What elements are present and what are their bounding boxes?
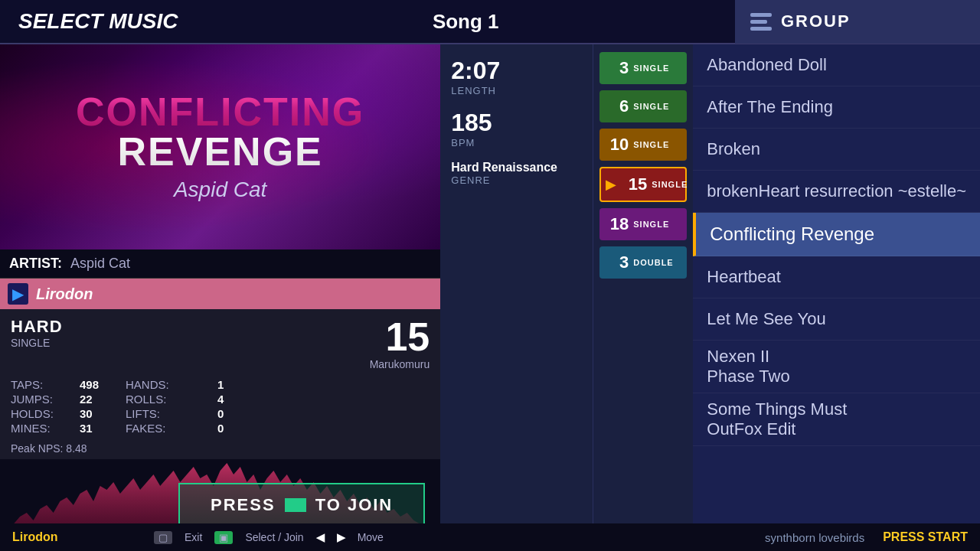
holds-value: 30 [80, 407, 126, 420]
bottom-controls: ▢ Exit ▣ Select / Join ◀ ▶ Move [77, 531, 462, 544]
jumps-value: 22 [80, 393, 126, 406]
song-subtitle: OutFox Edit [707, 419, 966, 439]
diff-btn-number: 6 [604, 96, 629, 116]
diff-btn-18-single[interactable]: 18SINGLE [599, 208, 687, 240]
artist-name: Aspid Cat [70, 256, 130, 271]
rolls-label: ROLLS: [126, 393, 217, 406]
player-name: Lirodon [36, 285, 93, 303]
group-icon [750, 13, 772, 31]
diff-btn-mode: SINGLE [652, 180, 688, 189]
hands-value: 1 [217, 378, 263, 391]
group-label: GROUP [781, 11, 851, 31]
diff-btn-number: 15 [622, 174, 647, 194]
diff-btn-10-single[interactable]: 10SINGLE [599, 129, 687, 161]
taps-label: TAPS: [11, 378, 80, 391]
diff-btn-6-single[interactable]: 6SINGLE [599, 90, 687, 122]
song-title[interactable]: brokenHeart resurrection ~estelle~ [693, 171, 980, 213]
lifts-label: LIFTS: [126, 407, 217, 420]
song-title: Some Things Must [707, 399, 966, 419]
song-banner: CONFLICTING REVENGE Aspid Cat [0, 44, 440, 249]
length-section: 2:07 LENGTH [451, 57, 582, 96]
difficulty-charter: Marukomuru [370, 358, 430, 370]
song-list[interactable]: Abandoned DollAfter The EndingBrokenbrok… [693, 44, 980, 551]
banner-artist: Aspid Cat [174, 178, 266, 202]
fakes-value: 0 [217, 422, 263, 435]
song-number: Song 1 [196, 10, 735, 34]
diff-btn-mode: SINGLE [633, 140, 669, 149]
difficulty-selector: 3SINGLE6SINGLE10SINGLE▶15SINGLE18SINGLE3… [593, 44, 693, 551]
stats-grid: TAPS: 498 HANDS: 1 JUMPS: 22 ROLLS: 4 HO… [0, 373, 440, 441]
song-subtitle: Phase Two [707, 367, 966, 386]
diff-btn-number: 3 [604, 253, 629, 272]
difficulty-name-area: HARD SINGLE [11, 317, 63, 349]
select-key-icon: ▣ [214, 531, 233, 544]
bpm-section: 185 BPM [451, 103, 582, 148]
player-arrow-icon: ▶ [8, 283, 28, 305]
diff-btn-number: 18 [604, 214, 629, 234]
group-area[interactable]: GROUP [735, 0, 980, 44]
diff-btn-3-double[interactable]: 3DOUBLE [599, 246, 687, 279]
join-green-block [285, 498, 306, 512]
genre-section: Hard Renaissance GENRE [451, 155, 582, 186]
taps-value: 498 [80, 378, 126, 391]
right-section: 2:07 LENGTH 185 BPM Hard Renaissance GEN… [440, 44, 980, 551]
difficulty-number: 15 [385, 317, 430, 357]
hands-label: HANDS: [126, 378, 217, 391]
song-title[interactable]: Abandoned Doll [693, 44, 980, 86]
main-content: CONFLICTING REVENGE Aspid Cat ARTIST: As… [0, 44, 980, 551]
peak-nps: Peak NPS: 8.48 [0, 441, 440, 459]
left-arrow-icon: ◀ [316, 531, 325, 543]
song-title[interactable]: Broken [693, 129, 980, 171]
exit-label: Exit [185, 531, 202, 543]
press-join-text-before: PRESS [211, 495, 276, 515]
page-title: SELECT MUSIC [0, 9, 196, 34]
holds-label: HOLDS: [11, 407, 80, 420]
mines-label: MINES: [11, 422, 80, 435]
diff-btn-3-single[interactable]: 3SINGLE [599, 52, 687, 84]
difficulty-info: HARD SINGLE 15 Marukomuru [0, 309, 440, 373]
song-title[interactable]: Let Me See You [693, 298, 980, 341]
press-start-label: PRESS START [883, 530, 968, 544]
bottom-song-name: synthborn lovebirds [479, 531, 864, 544]
genre-value: Hard Renaissance [451, 161, 582, 174]
song-list-item[interactable]: Some Things MustOutFox Edit [693, 393, 980, 446]
difficulty-name: HARD [11, 317, 63, 337]
select-label: Select / Join [245, 531, 303, 543]
fakes-label: FAKES: [126, 422, 217, 435]
press-join-text-after: TO JOIN [315, 495, 394, 515]
diff-btn-15-single[interactable]: ▶15SINGLE [599, 167, 687, 202]
diff-btn-mode: SINGLE [633, 220, 669, 229]
header: SELECT MUSIC Song 1 GROUP [0, 0, 980, 44]
song-title: Nexen II [707, 347, 966, 367]
diff-btn-mode: SINGLE [633, 64, 669, 73]
right-arrow-icon: ▶ [337, 531, 345, 543]
banner-title: CONFLICTING REVENGE [76, 92, 364, 171]
banner-title-line2: REVENGE [76, 132, 364, 171]
length-label: LENGTH [451, 85, 582, 96]
jumps-label: JUMPS: [11, 393, 80, 406]
difficulty-header: HARD SINGLE 15 Marukomuru [11, 317, 430, 370]
left-panel: CONFLICTING REVENGE Aspid Cat ARTIST: As… [0, 44, 440, 551]
player-row: ▶ Lirodon [0, 279, 440, 309]
lifts-value: 0 [217, 407, 263, 420]
diff-btn-number: 3 [604, 58, 629, 78]
diff-btn-number: 10 [604, 135, 629, 155]
bottom-player-name: Lirodon [12, 530, 58, 544]
press-join-button[interactable]: PRESS TO JOIN [178, 483, 425, 527]
song-title[interactable]: After The Ending [693, 86, 980, 129]
song-info-panel: 2:07 LENGTH 185 BPM Hard Renaissance GEN… [440, 44, 593, 551]
diff-btn-mode: DOUBLE [633, 258, 673, 267]
active-diff-arrow-icon: ▶ [606, 176, 616, 193]
difficulty-type: SINGLE [11, 337, 63, 349]
move-label: Move [358, 531, 384, 543]
artist-row: ARTIST: Aspid Cat [0, 249, 440, 279]
song-title[interactable]: Conflicting Revenge [693, 213, 980, 256]
mines-value: 31 [80, 422, 126, 435]
bpm-value: 185 [451, 109, 582, 137]
song-list-item[interactable]: Nexen IIPhase Two [693, 341, 980, 393]
press-join-area: PRESS TO JOIN [178, 483, 425, 527]
song-title[interactable]: Heartbeat [693, 256, 980, 298]
bottom-bar: Lirodon ▢ Exit ▣ Select / Join ◀ ▶ Move … [0, 523, 980, 551]
length-value: 2:07 [451, 57, 582, 85]
rolls-value: 4 [217, 393, 263, 406]
